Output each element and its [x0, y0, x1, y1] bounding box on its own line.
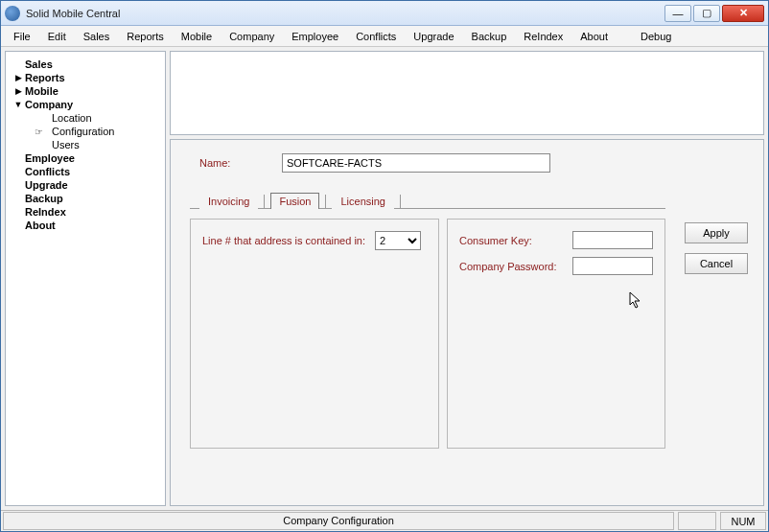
- status-text: Company Configuration: [3, 512, 674, 530]
- tab-fusion[interactable]: Fusion: [270, 193, 319, 209]
- app-icon: [5, 6, 20, 21]
- company-password-label: Company Password:: [459, 261, 565, 272]
- address-panel: Line # that address is contained in: 2: [190, 219, 439, 449]
- preview-box: [170, 51, 764, 135]
- config-form: Name: Invoicing Fusion Licensing: [170, 139, 764, 506]
- title-bar: Solid Mobile Central — ▢ ✕: [1, 1, 768, 26]
- main-pane: Name: Invoicing Fusion Licensing: [170, 51, 764, 506]
- tree-company-users[interactable]: Users: [13, 138, 157, 151]
- tree-backup[interactable]: Backup: [13, 192, 157, 205]
- consumer-key-label: Consumer Key:: [459, 235, 565, 246]
- close-button[interactable]: ✕: [722, 5, 764, 22]
- tree-about[interactable]: About: [13, 219, 157, 232]
- menu-file[interactable]: File: [5, 28, 39, 45]
- menu-conflicts[interactable]: Conflicts: [347, 28, 405, 45]
- menu-mobile[interactable]: Mobile: [173, 28, 221, 45]
- tree-reports[interactable]: ▶Reports: [13, 71, 157, 84]
- menu-backup[interactable]: Backup: [463, 28, 516, 45]
- tree-mobile[interactable]: ▶Mobile: [13, 84, 157, 98]
- line-label: Line # that address is contained in:: [202, 235, 367, 246]
- tree-upgrade[interactable]: Upgrade: [13, 178, 157, 192]
- consumer-key-input[interactable]: [572, 231, 653, 249]
- client-area: Sales ▶Reports ▶Mobile ▼Company Location…: [1, 47, 768, 510]
- tree-reindex[interactable]: ReIndex: [13, 205, 157, 219]
- menu-reports[interactable]: Reports: [118, 28, 173, 45]
- menu-reindex[interactable]: ReIndex: [515, 28, 571, 45]
- company-password-input[interactable]: [572, 257, 653, 275]
- tab-fusion-body: Line # that address is contained in: 2 C…: [190, 208, 665, 449]
- cancel-button[interactable]: Cancel: [685, 253, 748, 274]
- tree-employee[interactable]: Employee: [13, 151, 157, 165]
- tab-licensing[interactable]: Licensing: [332, 193, 393, 209]
- line-number-select[interactable]: 2: [375, 231, 421, 250]
- credentials-panel: Consumer Key: Company Password:: [447, 219, 665, 449]
- tab-invoicing[interactable]: Invoicing: [199, 193, 258, 209]
- tree-company[interactable]: ▼Company: [13, 98, 157, 111]
- tree-conflicts[interactable]: Conflicts: [13, 165, 157, 178]
- menu-bar: File Edit Sales Reports Mobile Company E…: [1, 26, 768, 47]
- menu-edit[interactable]: Edit: [39, 28, 75, 45]
- menu-about[interactable]: About: [571, 28, 617, 45]
- apply-button[interactable]: Apply: [685, 222, 748, 243]
- menu-debug[interactable]: Debug: [632, 28, 680, 45]
- hand-pointer-icon: ☞: [35, 127, 48, 137]
- menu-sales[interactable]: Sales: [75, 28, 119, 45]
- name-input[interactable]: [282, 153, 550, 173]
- status-numlock: NUM: [720, 512, 766, 530]
- menu-company[interactable]: Company: [221, 28, 283, 45]
- status-blank: [678, 512, 716, 530]
- menu-upgrade[interactable]: Upgrade: [405, 28, 462, 45]
- tree-company-location[interactable]: Location: [13, 111, 157, 125]
- name-label: Name:: [199, 157, 282, 169]
- nav-tree: Sales ▶Reports ▶Mobile ▼Company Location…: [5, 51, 166, 506]
- status-bar: Company Configuration NUM: [1, 510, 768, 531]
- app-window: Solid Mobile Central — ▢ ✕ File Edit Sal…: [0, 0, 769, 532]
- minimize-button[interactable]: —: [664, 5, 691, 22]
- maximize-button[interactable]: ▢: [693, 5, 720, 22]
- tab-strip: Invoicing Fusion Licensing: [199, 192, 748, 208]
- tree-sales[interactable]: Sales: [13, 58, 157, 71]
- tree-company-configuration[interactable]: ☞Configuration: [13, 125, 157, 138]
- menu-employee[interactable]: Employee: [283, 28, 347, 45]
- window-title: Solid Mobile Central: [26, 8, 663, 19]
- action-buttons: Apply Cancel: [685, 222, 748, 274]
